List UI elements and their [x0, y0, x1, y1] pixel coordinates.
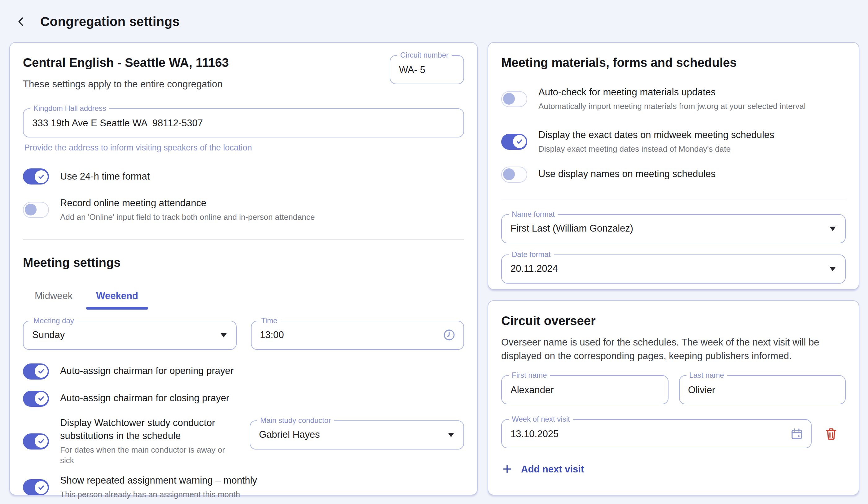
- wt-substitutions-helper: For dates when the main conductor is awa…: [60, 445, 236, 466]
- page-title: Congregation settings: [40, 14, 180, 29]
- time-label: Time: [258, 316, 280, 325]
- trash-icon: [824, 427, 838, 441]
- exact-dates-helper: Display exact meeting dates instead of M…: [538, 144, 774, 155]
- section-divider: [23, 239, 464, 240]
- opening-prayer-row: Auto-assign chairman for opening prayer: [23, 364, 464, 379]
- toggle-check-icon: [34, 365, 48, 378]
- exact-dates-toggle[interactable]: [501, 134, 527, 149]
- date-format-label: Date format: [509, 250, 554, 259]
- chevron-left-icon: [15, 15, 27, 28]
- meeting-day-label: Meeting day: [30, 316, 77, 325]
- display-names-toggle[interactable]: [501, 166, 527, 182]
- wt-substitutions-toggle[interactable]: [23, 433, 49, 449]
- congregation-card: Central English - Seattle WA, 11163 Thes…: [9, 42, 478, 495]
- repeat-warning-label: Show repeated assignment warning – month…: [60, 475, 257, 487]
- kingdom-hall-address-field[interactable]: Kingdom Hall address 333 19th Ave E Seat…: [23, 108, 464, 137]
- date-format-select[interactable]: Date format 20.11.2024: [501, 254, 846, 283]
- overseer-heading: Circuit overseer: [501, 314, 846, 328]
- first-name-field[interactable]: First name Alexander: [501, 375, 668, 404]
- toggle-check-icon: [34, 392, 48, 405]
- opening-prayer-toggle[interactable]: [23, 364, 49, 379]
- kingdom-hall-address-value: 333 19th Ave E Seattle WA 98112-5307: [32, 117, 203, 128]
- display-names-label: Use display names on meeting schedules: [538, 168, 716, 181]
- repeat-warning-toggle[interactable]: [23, 480, 49, 496]
- display-names-row: Use display names on meeting schedules: [501, 166, 846, 182]
- tab-weekend[interactable]: Weekend: [84, 285, 150, 309]
- last-name-field[interactable]: Last name Olivier: [679, 375, 846, 404]
- auto-check-label: Auto-check for meeting materials updates: [538, 86, 806, 99]
- auto-check-row: Auto-check for meeting materials updates…: [501, 86, 846, 112]
- record-online-toggle[interactable]: [23, 202, 49, 218]
- meeting-tabs: Midweek Weekend: [23, 285, 464, 309]
- first-name-label: First name: [509, 371, 550, 379]
- chevron-down-icon: [220, 334, 226, 338]
- chevron-down-icon: [448, 433, 454, 438]
- exact-dates-label: Display the exact dates on midweek meeti…: [538, 129, 774, 142]
- main-study-conductor-select[interactable]: Main study conductor Gabriel Hayes: [250, 420, 464, 450]
- record-online-helper: Add an 'Online' input field to track bot…: [60, 212, 315, 223]
- repeat-warning-helper: This person already has an assignment th…: [60, 490, 257, 501]
- wt-substitutions-row: Display Watchtower study conductor subst…: [23, 417, 236, 466]
- chevron-down-icon: [829, 267, 836, 271]
- clock-icon[interactable]: [442, 328, 456, 342]
- date-format-value: 20.11.2024: [510, 263, 558, 274]
- circuit-overseer-card: Circuit overseer Overseer name is used f…: [488, 300, 859, 495]
- name-format-label: Name format: [509, 210, 558, 218]
- add-next-visit-label: Add next visit: [521, 463, 584, 475]
- plus-icon: [501, 463, 513, 475]
- closing-prayer-row: Auto-assign chairman for closing prayer: [23, 391, 464, 407]
- meeting-settings-heading: Meeting settings: [23, 256, 464, 270]
- record-online-label: Record online meeting attendance: [60, 197, 315, 210]
- last-name-label: Last name: [686, 371, 727, 379]
- meeting-day-select[interactable]: Meeting day Sunday: [23, 321, 236, 350]
- section-divider: [501, 198, 846, 199]
- closing-prayer-toggle[interactable]: [23, 391, 49, 407]
- name-format-select[interactable]: Name format First Last (William Gonzalez…: [501, 214, 846, 243]
- back-button[interactable]: [14, 14, 29, 29]
- page-header: Congregation settings: [0, 0, 868, 34]
- time-field[interactable]: Time 13:00: [251, 321, 464, 350]
- toggle-check-icon: [34, 435, 48, 448]
- chevron-down-icon: [829, 227, 836, 231]
- opening-prayer-label: Auto-assign chairman for opening prayer: [60, 365, 234, 378]
- use-24h-row: Use 24-h time format: [23, 168, 464, 185]
- week-of-next-visit-field[interactable]: Week of next visit 13.10.2025: [501, 419, 812, 448]
- auto-check-helper: Automatically import meeting materials f…: [538, 102, 806, 112]
- overseer-description: Overseer name is used for the schedules.…: [501, 336, 846, 363]
- delete-visit-button[interactable]: [824, 427, 838, 441]
- name-format-value: First Last (William Gonzalez): [510, 223, 633, 234]
- week-of-next-visit-label: Week of next visit: [509, 415, 573, 423]
- materials-card: Meeting materials, forms and schedules A…: [488, 42, 859, 290]
- address-helper-text: Provide the address to inform visiting s…: [23, 143, 464, 152]
- circuit-number-field[interactable]: Circuit number WA- 5: [390, 55, 464, 84]
- use-24h-toggle[interactable]: [23, 168, 49, 185]
- record-online-row: Record online meeting attendance Add an …: [23, 197, 464, 223]
- congregation-settings-page: Congregation settings Central English - …: [0, 0, 868, 504]
- main-study-conductor-label: Main study conductor: [257, 416, 334, 425]
- meeting-day-value: Sunday: [32, 330, 65, 341]
- tab-midweek[interactable]: Midweek: [23, 285, 84, 309]
- auto-check-toggle[interactable]: [501, 91, 527, 107]
- week-of-next-visit-value: 13.10.2025: [510, 428, 559, 439]
- circuit-number-label: Circuit number: [397, 51, 452, 60]
- wt-substitutions-label: Display Watchtower study conductor subst…: [60, 417, 230, 443]
- calendar-icon[interactable]: [790, 427, 804, 441]
- exact-dates-row: Display the exact dates on midweek meeti…: [501, 129, 846, 155]
- time-value: 13:00: [260, 330, 284, 341]
- circuit-number-value: WA- 5: [399, 64, 425, 75]
- toggle-check-icon: [34, 170, 48, 183]
- add-next-visit-button[interactable]: Add next visit: [501, 463, 584, 475]
- use-24h-label: Use 24-h time format: [60, 170, 149, 183]
- toggle-check-icon: [34, 481, 48, 494]
- toggle-check-icon: [513, 135, 526, 148]
- closing-prayer-label: Auto-assign chairman for closing prayer: [60, 392, 229, 405]
- main-study-conductor-value: Gabriel Hayes: [259, 429, 320, 441]
- last-name-value: Olivier: [688, 384, 715, 395]
- materials-heading: Meeting materials, forms and schedules: [501, 56, 846, 70]
- first-name-value: Alexander: [510, 384, 554, 395]
- kingdom-hall-address-label: Kingdom Hall address: [30, 104, 109, 113]
- repeat-warning-row: Show repeated assignment warning – month…: [23, 475, 464, 501]
